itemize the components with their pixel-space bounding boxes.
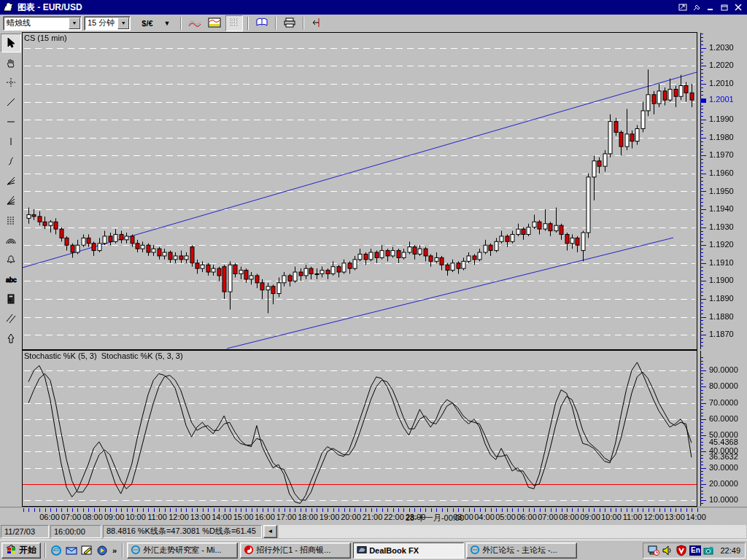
tool-arrow-marker-button[interactable] <box>1 329 21 348</box>
workbook-button[interactable] <box>253 15 271 31</box>
fibonacci-arcs-icon <box>5 234 17 246</box>
time-label: 10:00 <box>125 513 146 521</box>
tool-calculator-button[interactable] <box>1 289 21 308</box>
ie-icon[interactable] <box>50 544 63 557</box>
tool-alert-bell-button[interactable] <box>1 250 21 269</box>
tool-fibonacci-retracement-button[interactable] <box>1 211 21 230</box>
time-label: 12:00 <box>643 513 664 521</box>
indicator-wave-button[interactable] <box>186 15 204 31</box>
pin-icon[interactable] <box>691 2 703 12</box>
crosshair-cursor-icon <box>311 18 323 29</box>
indicator-panel-button[interactable] <box>206 15 223 31</box>
toolbar-separator <box>275 17 276 30</box>
chevron-down-icon[interactable]: ▼ <box>69 18 80 29</box>
stochastic-chart-canvas[interactable] <box>23 351 697 506</box>
desktop-pen-icon[interactable] <box>80 544 93 557</box>
hand-icon <box>5 57 17 69</box>
scroll-left-button[interactable]: ◄ <box>263 525 277 538</box>
symbol-dropdown-button[interactable]: ▼ <box>158 15 176 31</box>
calculator-icon <box>5 293 17 305</box>
crosshair-cursor-button[interactable] <box>309 15 326 31</box>
status-time: 16:00:00 <box>50 525 101 538</box>
time-axis[interactable]: 06:0007:0008:0009:0010:0011:0012:0013:00… <box>0 507 747 523</box>
chart-type-value: 蜡烛线 <box>4 18 68 28</box>
time-label: 15:00 <box>233 513 254 521</box>
task-button-cmb-forex[interactable]: 招行外汇1 - 招商银... <box>240 542 351 559</box>
horizontal-scrollbar-track[interactable] <box>279 525 746 538</box>
chevron-down-icon[interactable]: ▼ <box>117 18 129 29</box>
system-tray: En 22:49 <box>643 542 746 559</box>
grid-icon <box>228 18 240 29</box>
dropdown-triangle-icon: ▼ <box>164 20 171 27</box>
task-button-forex-forum[interactable]: 外汇论坛 - 主论坛 -... <box>466 542 577 559</box>
printer-icon <box>283 18 296 29</box>
time-label: 08:00 <box>559 513 579 521</box>
tool-curve-button[interactable] <box>1 152 21 171</box>
close-icon[interactable] <box>732 2 744 12</box>
grid-toggle-button[interactable] <box>225 15 243 31</box>
windows-logo-icon <box>6 545 17 556</box>
arrow-marker-icon <box>5 332 17 344</box>
start-button[interactable]: 开始 <box>1 542 41 559</box>
minimize-icon[interactable] <box>705 2 716 12</box>
lang-en-badge[interactable]: En <box>689 545 701 556</box>
camera-icon[interactable] <box>703 545 715 556</box>
title-bar: 图表 - EUR/USD <box>0 0 747 15</box>
scheduler-icon[interactable] <box>648 545 659 556</box>
tool-vertical-line-button[interactable] <box>1 132 21 151</box>
task-button-label: DealBook FX <box>369 546 419 555</box>
float-window-icon[interactable] <box>677 2 689 12</box>
app-window: 图表 - EUR/USD 蜡烛线 ▼ 15 分钟 ▼ $/€ ▼ <box>0 0 747 560</box>
time-label: 06:00 <box>516 513 537 521</box>
task-button-dealbook-fx[interactable]: DealBook FX <box>353 542 464 559</box>
book-icon <box>255 18 268 29</box>
price-chart-panel[interactable]: CS (15 min) <box>22 32 697 350</box>
currency-pair-button[interactable]: $/€ <box>139 15 156 31</box>
drawing-tool-palette: abc <box>0 32 22 507</box>
main-area: abc CS (15 min) Stochastic %K (5, 3) Sto… <box>0 32 747 507</box>
tool-pointer-button[interactable] <box>1 34 21 52</box>
start-label: 开始 <box>19 544 36 556</box>
trendline-icon <box>5 96 17 108</box>
interval-value: 15 分钟 <box>85 18 117 28</box>
time-label: 09:00 <box>104 513 125 521</box>
candlestick-chart-canvas[interactable] <box>23 33 697 349</box>
interval-combo[interactable]: 15 分钟 ▼ <box>84 16 131 31</box>
print-button[interactable] <box>281 15 298 31</box>
media-player-icon[interactable] <box>96 544 109 557</box>
toolbar-separator <box>303 17 304 30</box>
tool-speed-lines-button[interactable] <box>1 191 21 210</box>
tool-hand-button[interactable] <box>1 53 21 72</box>
antivirus-shield-icon[interactable] <box>676 545 687 556</box>
lion-chart-icon <box>3 2 15 12</box>
crosshair-icon <box>5 77 17 88</box>
time-label: 08:00 <box>82 513 103 521</box>
tool-text-label-button[interactable]: abc <box>1 270 21 289</box>
price-axis[interactable] <box>700 33 747 349</box>
task-button-label: 招行外汇1 - 招商银... <box>256 545 330 556</box>
mail-icon[interactable] <box>65 544 78 557</box>
time-label: 11:00 <box>147 513 167 521</box>
time-label: 07:00 <box>538 513 558 521</box>
time-label: 05:00 <box>495 513 516 521</box>
indicator-panel-icon <box>208 18 221 29</box>
volume-icon[interactable] <box>662 545 673 556</box>
status-date: 11/27/03 <box>1 525 49 538</box>
stochastic-axis[interactable] <box>700 351 747 506</box>
time-label: 04:00 <box>474 513 495 521</box>
tool-parallel-channel-button[interactable] <box>1 309 21 328</box>
restore-icon[interactable] <box>719 2 730 12</box>
tool-horizontal-line-button[interactable] <box>1 112 21 131</box>
tool-gann-fan-button[interactable] <box>1 171 21 190</box>
currency-pair-icon: $/€ <box>142 19 152 28</box>
task-button-forex-research[interactable]: 外汇走势研究室 - Mi... <box>127 542 238 559</box>
chart-type-combo[interactable]: 蜡烛线 ▼ <box>3 16 82 31</box>
stochastic-panel[interactable]: Stochastic %K (5, 3) Stochastic %K (5, 3… <box>22 350 697 507</box>
taskbar-separator <box>44 543 46 558</box>
tool-fibonacci-arcs-button[interactable] <box>1 230 21 249</box>
svg-text:abc: abc <box>6 276 17 284</box>
tool-crosshair-button[interactable] <box>1 73 21 92</box>
quick-launch-overflow-chevron[interactable]: » <box>111 546 118 555</box>
tool-trendline-button[interactable] <box>1 93 21 112</box>
toolbar-separator <box>180 17 182 30</box>
